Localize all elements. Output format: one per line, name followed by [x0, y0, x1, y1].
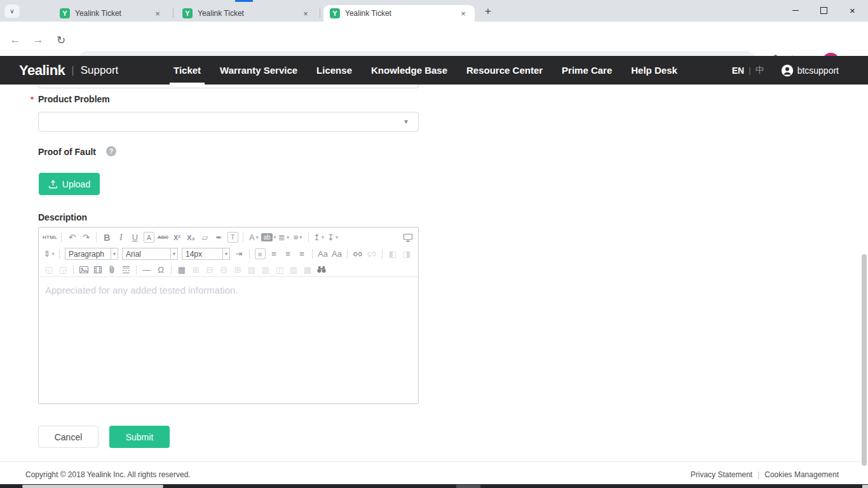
nav-item-prime-care[interactable]: Prime Care	[562, 56, 612, 85]
nav-item-ticket[interactable]: Ticket	[173, 56, 201, 85]
window-maximize-button[interactable]	[810, 1, 838, 20]
yealink-logo[interactable]: Yealink	[19, 62, 65, 79]
tab-search-button[interactable]: ∨	[4, 4, 20, 18]
brand-section-label: Support	[81, 64, 119, 77]
editor-toolbar-row-1: HTML↶↷BIUAABCX²X₂▱✒TA▾ab▾≣▾≡▾↥▾↧▾	[39, 227, 418, 246]
browser-tab-2[interactable]: Y Yealink Ticket ×	[176, 5, 317, 22]
nav-item-resource-center[interactable]: Resource Center	[466, 56, 543, 85]
underline-icon[interactable]: U	[128, 232, 141, 243]
upload-button[interactable]: Upload	[39, 173, 100, 195]
highlight-color-icon[interactable]: ab▾	[261, 232, 276, 243]
bold-icon[interactable]: B	[100, 232, 113, 243]
subscript-icon[interactable]: X₂	[184, 232, 197, 243]
superscript-icon[interactable]: X²	[170, 232, 183, 243]
horizontal-rule-icon[interactable]: —	[140, 264, 153, 275]
insert-link-icon[interactable]	[351, 248, 364, 260]
undo-icon[interactable]: ↶	[65, 232, 78, 243]
delete-column-icon[interactable]: ▥	[259, 264, 272, 275]
split-cells-icon[interactable]: ▥	[287, 264, 300, 275]
toolbar-separator	[347, 249, 348, 259]
remove-format-eraser-icon[interactable]: ▱	[198, 232, 211, 243]
new-tab-button[interactable]: +	[481, 4, 495, 18]
special-character-icon[interactable]: Ω	[154, 264, 167, 275]
format-brush-icon[interactable]: ✒	[212, 232, 225, 243]
delete-row-icon[interactable]: ▤	[245, 264, 258, 275]
merge-cells-icon[interactable]: ◫	[273, 264, 286, 275]
html-source-icon[interactable]: HTML	[43, 232, 57, 243]
insert-image-icon[interactable]	[78, 264, 90, 275]
nav-item-help-desk[interactable]: Help Desk	[631, 56, 677, 85]
horizontal-scrollbar-thumb[interactable]	[22, 485, 163, 488]
minimize-icon	[792, 10, 799, 11]
remove-link-icon[interactable]	[365, 248, 378, 260]
language-en[interactable]: EN	[732, 65, 744, 76]
language-zh[interactable]: 中	[756, 65, 764, 76]
toolbar-separator	[243, 233, 243, 242]
attach-file-icon[interactable]	[105, 264, 118, 275]
brand[interactable]: Yealink | Support	[19, 56, 118, 85]
ordered-list-icon[interactable]: ≣▾	[278, 232, 290, 243]
italic-icon[interactable]: I	[114, 232, 127, 243]
tab-close-icon[interactable]: ×	[458, 8, 468, 18]
nav-item-knowledge-base[interactable]: Knowledge Base	[371, 56, 447, 85]
nav-item-warranty-service[interactable]: Warranty Service	[220, 56, 297, 85]
page-break-icon[interactable]	[119, 264, 132, 275]
font-family-select[interactable]: Arial▾	[122, 248, 178, 260]
browser-tab-1[interactable]: Y Yealink Ticket ×	[53, 5, 169, 22]
font-size-select[interactable]: 14px▾	[182, 248, 230, 260]
unordered-list-icon[interactable]: ≡▾	[292, 232, 304, 243]
dropdown-caret-icon: ▾	[51, 251, 54, 257]
line-height-icon[interactable]: ⇕▾	[43, 248, 55, 260]
insert-table-icon[interactable]: ▦	[175, 264, 188, 275]
cookies-management-link[interactable]: Cookies Management	[764, 470, 839, 479]
to-lowercase-icon[interactable]: Aa	[330, 248, 343, 260]
margin-bottom-icon[interactable]: ◲	[57, 264, 69, 275]
space-above-paragraph-icon[interactable]: ↥▾	[313, 232, 325, 243]
vertical-scrollbar-thumb[interactable]	[862, 254, 867, 466]
forward-button[interactable]: →	[29, 31, 47, 49]
fullscreen-icon[interactable]	[402, 232, 414, 243]
delete-table-icon[interactable]: ⊞	[189, 264, 202, 275]
rich-text-editor: HTML↶↷BIUAABCX²X₂▱✒TA▾ab▾≣▾≡▾↥▾↧▾ ⇕▾Para…	[38, 227, 419, 404]
align-justify-icon[interactable]: ≡	[295, 248, 308, 260]
help-question-icon[interactable]: ?	[106, 146, 116, 156]
align-left-icon[interactable]: ≡	[254, 248, 266, 260]
browser-tab-3-active[interactable]: Y Yealink Ticket ×	[323, 5, 475, 22]
maximize-icon	[820, 7, 827, 14]
font-color-icon[interactable]: A▾	[247, 232, 260, 243]
align-center-icon[interactable]: ≡	[268, 248, 280, 260]
float-left-icon[interactable]: ◧	[386, 248, 399, 260]
privacy-statement-link[interactable]: Privacy Statement	[691, 470, 752, 479]
insert-video-icon[interactable]	[92, 264, 104, 275]
float-right-icon[interactable]: ◨	[400, 248, 413, 260]
tab-close-icon[interactable]: ×	[153, 8, 163, 18]
window-close-button[interactable]: ×	[838, 1, 867, 20]
back-button[interactable]: ←	[6, 31, 24, 49]
window-minimize-button[interactable]	[781, 1, 810, 20]
table-properties-icon[interactable]: ▦	[301, 264, 314, 275]
tab-close-icon[interactable]: ×	[301, 8, 311, 18]
description-input-area[interactable]: Appreciated for any added tested informa…	[39, 276, 418, 403]
paragraph-format-select[interactable]: Paragraph▾	[65, 248, 118, 260]
table-header-icon[interactable]: ⊟	[203, 264, 216, 275]
nav-item-license[interactable]: License	[316, 56, 352, 85]
paste-formatted-icon[interactable]: T	[226, 232, 239, 243]
dropdown-caret-icon: ▾	[111, 248, 118, 259]
to-uppercase-icon[interactable]: Aa	[316, 248, 329, 260]
cancel-button[interactable]: Cancel	[38, 426, 98, 448]
strikethrough-icon[interactable]: ABC	[156, 232, 169, 243]
margin-left-icon[interactable]: ◱	[43, 264, 55, 275]
product-problem-select[interactable]: ▼	[38, 112, 419, 132]
redo-icon[interactable]: ↷	[79, 232, 92, 243]
text-direction-icon[interactable]: ⇥	[233, 248, 245, 260]
insert-column-icon[interactable]: ⊞	[231, 264, 244, 275]
submit-button[interactable]: Submit	[109, 426, 170, 448]
upload-button-label: Upload	[62, 179, 90, 189]
text-border-icon[interactable]: A	[142, 232, 155, 243]
user-account[interactable]: btcsupport	[781, 64, 839, 77]
find-replace-icon[interactable]	[315, 264, 328, 275]
insert-row-icon[interactable]: ⊟	[217, 264, 230, 275]
reload-button[interactable]: ↻	[52, 31, 70, 49]
space-below-paragraph-icon[interactable]: ↧▾	[327, 232, 339, 243]
align-right-icon[interactable]: ≡	[281, 248, 294, 260]
